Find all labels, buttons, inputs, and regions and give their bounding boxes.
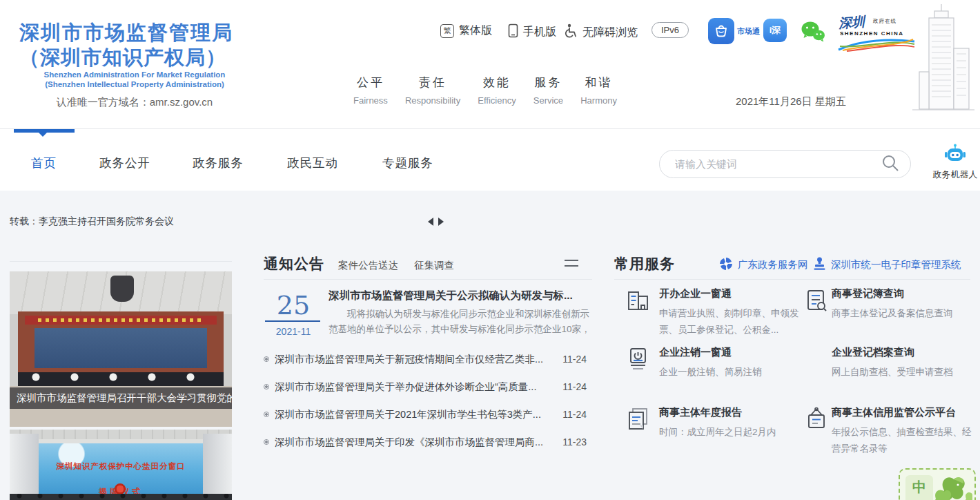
search-input[interactable]	[675, 158, 881, 170]
mobile-icon	[508, 23, 518, 41]
carousel-caption: 深圳市市场监督管理局召开干部大会学习贯彻党的十...	[10, 387, 232, 409]
ticker-prev-icon[interactable]	[428, 218, 433, 226]
robot-label: 政务机器人	[930, 169, 980, 181]
register-search-icon	[803, 287, 830, 316]
carousel-slide-unveiling[interactable]: 深圳知识产权保护中心盐田分窗口 揭牌仪式	[10, 430, 232, 500]
site-title-cn: 深圳市市场监督管理局	[19, 19, 233, 47]
featured-day: 25	[273, 290, 313, 320]
robot-icon	[930, 144, 980, 167]
notices-title: 通知公告	[264, 254, 324, 273]
market-app-link[interactable]: 市场通	[708, 18, 760, 44]
value-harmony: 和谐Harmony	[580, 75, 617, 106]
services-divider	[614, 279, 970, 280]
nav-active-arrow	[39, 133, 47, 141]
photo-projector	[110, 276, 134, 302]
photo2-banner: 深圳知识产权保护中心盐田分窗口 揭牌仪式	[39, 443, 203, 496]
seal-stamp-icon	[813, 257, 826, 273]
nav-home[interactable]: 首页	[31, 155, 57, 171]
value-responsibility: 责任Responsibility	[405, 75, 460, 106]
photo2-column-right	[203, 434, 232, 500]
nav-special-services[interactable]: 专题服务	[382, 155, 433, 171]
value-service: 服务Service	[533, 75, 563, 106]
service-item[interactable]: 企业注销一窗通 企业一般注销、简易注销	[659, 346, 807, 381]
services-title: 常用服务	[614, 254, 675, 273]
bullet-icon	[264, 384, 269, 390]
market-app-label: 市场通	[737, 26, 760, 37]
nav-gov-services[interactable]: 政务服务	[193, 155, 244, 171]
photo-speakers	[18, 372, 224, 386]
photo2-people	[10, 494, 232, 500]
photo2-flower	[115, 483, 126, 494]
bullet-icon	[264, 356, 269, 362]
core-values: 公平Fairness 责任Responsibility 效能Efficiency…	[353, 75, 617, 106]
gov-online-text: 政府在线	[873, 18, 896, 25]
bullet-icon	[264, 412, 269, 417]
credit-platform-icon	[803, 406, 830, 435]
site-subtitle-cn: （深圳市知识产权局）	[19, 44, 226, 72]
notice-row[interactable]: 深圳市市场监督管理局关于2021年深圳市学生书包等3类产... 11-24	[264, 401, 587, 428]
notices-more-icon[interactable]	[565, 260, 578, 271]
shenzhen-china-text: SHENZHEN CHINA	[840, 30, 904, 37]
service-item[interactable]: 开办企业一窗通 申请营业执照、刻制印章、申领发票、员工参保登记、公积金...	[659, 287, 807, 338]
wechat-icon[interactable]	[801, 21, 825, 46]
eseal-system-link[interactable]: 深圳市统一电子印章管理系统	[813, 257, 961, 273]
company-open-icon	[625, 287, 651, 316]
bullet-icon	[264, 439, 269, 445]
accessibility-link[interactable]: 无障碍浏览	[563, 23, 638, 41]
guangdong-service-link[interactable]: 广东政务服务网	[719, 257, 808, 273]
site-subtitle-en: (Shenzhen Intellectual Property Administ…	[21, 80, 248, 88]
annual-report-icon	[625, 406, 651, 435]
notice-row[interactable]: 深圳市市场监督管理局关于举办促进体外诊断企业“高质量... 11-24	[264, 373, 587, 401]
photo-banner	[25, 316, 217, 325]
tab-case-announcements[interactable]: 案件公告送达	[338, 259, 398, 272]
value-efficiency: 效能Efficiency	[478, 75, 516, 106]
photo-screen	[35, 328, 207, 368]
shenzhen-script-text: 深圳	[838, 13, 865, 33]
featured-notice-summary: 现将拟确认为研发与标准化同步示范企业和深圳标准创新示范基地的单位予以公示，其中研…	[329, 307, 594, 338]
notices-divider	[264, 279, 592, 280]
badge-character: 中	[905, 475, 933, 499]
featured-month: 2021-11	[273, 326, 313, 337]
news-ticker[interactable]: 转载：李克强主持召开国务院常务会议	[10, 215, 174, 228]
carousel-slide-conference[interactable]: 深圳市市场监督管理局召开干部大会学习贯彻党的十...	[10, 271, 232, 427]
shen-i-app-icon[interactable]: i深	[763, 19, 787, 42]
traditional-chinese-link[interactable]: 繁 繁体版	[440, 23, 492, 38]
badge-char-box: 中	[905, 475, 933, 500]
service-item[interactable]: 商事主体信用监管公示平台 年报公示信息、抽查检查结果、经营异常名录等	[832, 406, 975, 456]
nav-gov-disclosure[interactable]: 政务公开	[99, 155, 150, 171]
search-icon[interactable]	[881, 154, 899, 175]
official-domain-note: 认准唯一官方域名：amr.sz.gov.cn	[21, 96, 248, 109]
clover-leaves	[930, 471, 973, 500]
notice-list: 深圳市市场监督管理局关于新冠疫情期间全市仅经营乙类非... 11-24 深圳市市…	[264, 345, 587, 456]
service-item[interactable]: 商事主体年度报告 时间：成立周年之日起2月内	[659, 406, 807, 441]
notice-row[interactable]: 深圳市市场监督管理局关于新冠疫情期间全市仅经营乙类非... 11-24	[264, 345, 587, 373]
search-box	[659, 150, 911, 178]
mobile-version-link[interactable]: 手机版	[508, 23, 556, 41]
featured-underline	[265, 320, 320, 322]
tab-surveys[interactable]: 征集调查	[414, 259, 454, 272]
photo2-ceiling	[10, 430, 232, 439]
carousel-divider	[10, 261, 232, 262]
company-close-icon	[625, 346, 651, 375]
page: 深圳市市场监督管理局 （深圳市知识产权局） Shenzhen Administr…	[0, 0, 980, 500]
site-title-en: Shenzhen Administration For Market Regul…	[21, 70, 248, 79]
ticker-arrows	[428, 218, 444, 226]
accessibility-icon	[563, 23, 578, 41]
pinwheel-icon	[719, 257, 733, 273]
service-item[interactable]: 商事登记簿查询 商事主体登记及备案信息查询	[832, 287, 977, 322]
service-item[interactable]: 企业登记档案查询 网上自助查档、受理申请查档	[832, 346, 977, 381]
traditional-chinese-icon: 繁	[440, 24, 454, 38]
current-date: 2021年11月26日 星期五	[736, 95, 846, 108]
photo2-banner-title: 深圳知识产权保护中心盐田分窗口	[39, 461, 203, 472]
featured-notice-title[interactable]: 深圳市市场监督管理局关于公示拟确认为研发与标...	[329, 289, 594, 303]
notice-row[interactable]: 深圳市市场监督管理局关于印发《深圳市市场监督管理局商... 11-23	[264, 428, 587, 456]
nav-interaction[interactable]: 政民互动	[287, 155, 338, 171]
ticker-next-icon[interactable]	[438, 218, 444, 226]
green-campaign-badge[interactable]: 中	[899, 468, 976, 500]
gov-robot-button[interactable]: 政务机器人	[930, 144, 980, 181]
market-app-icon	[708, 18, 734, 44]
photo2-column-left	[10, 434, 39, 500]
ipv6-badge[interactable]: IPv6	[651, 22, 689, 38]
building-sketch	[905, 3, 979, 122]
value-fairness: 公平Fairness	[353, 75, 388, 106]
